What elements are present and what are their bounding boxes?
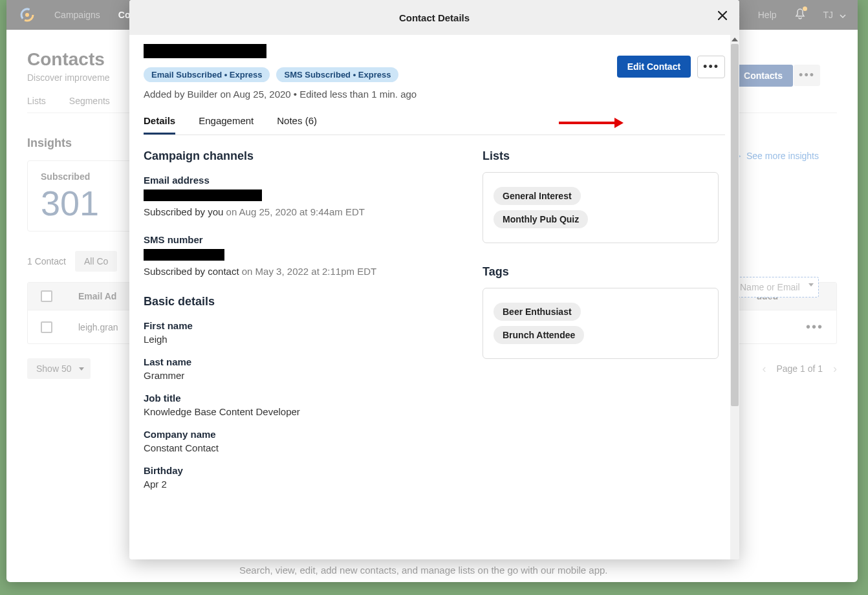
modal-header: Contact Details xyxy=(129,0,739,35)
close-icon[interactable] xyxy=(716,9,729,24)
scroll-up-icon[interactable] xyxy=(730,35,739,44)
contact-name-redacted xyxy=(144,44,266,58)
email-redacted xyxy=(144,189,262,201)
birthday-label: Birthday xyxy=(144,465,431,476)
campaign-channels-heading: Campaign channels xyxy=(144,149,431,163)
modal-tabs: Details Engagement Notes (6) xyxy=(144,115,725,135)
contact-details-modal: Contact Details Email Subscribed • Expre… xyxy=(129,0,739,559)
sms-redacted xyxy=(144,249,224,261)
modal-title: Contact Details xyxy=(399,12,470,23)
email-sub-prefix: Subscribed by you xyxy=(144,206,223,217)
scroll-thumb[interactable] xyxy=(731,44,739,406)
badge-email-subscribed: Email Subscribed • Express xyxy=(144,67,270,82)
last-name-label: Last name xyxy=(144,356,431,367)
last-name-value: Grammer xyxy=(144,370,431,381)
tab-details[interactable]: Details xyxy=(144,115,175,135)
details-right-column: Lists General Interest Monthly Pub Quiz … xyxy=(483,149,719,536)
job-title-value: Knowledge Base Content Developer xyxy=(144,406,431,417)
email-subscribe-info: Subscribed by you on Aug 25, 2020 at 9:4… xyxy=(144,206,431,217)
badge-sms-subscribed: SMS Subscribed • Express xyxy=(276,67,398,82)
tags-panel: Beer Enthusiast Brunch Attendee xyxy=(483,288,719,359)
edit-contact-button[interactable]: Edit Contact xyxy=(617,56,691,78)
company-name-label: Company name xyxy=(144,429,431,440)
company-name-value: Constant Contact xyxy=(144,442,431,453)
contact-meta: Added by Builder on Aug 25, 2020 • Edite… xyxy=(144,89,417,100)
first-name-label: First name xyxy=(144,320,431,331)
lists-heading: Lists xyxy=(483,149,719,163)
tags-heading: Tags xyxy=(483,265,719,279)
app-frame: Campaigns Contacts Reporting Sign-up For… xyxy=(6,0,858,582)
tab-engagement[interactable]: Engagement xyxy=(199,115,254,135)
tag-chip[interactable]: Brunch Attendee xyxy=(494,326,584,344)
email-sub-suffix: on Aug 25, 2020 at 9:44am EDT xyxy=(223,206,364,217)
list-chip[interactable]: General Interest xyxy=(494,187,581,205)
sms-sub-suffix: on May 3, 2022 at 2:11pm EDT xyxy=(239,266,377,277)
birthday-value: Apr 2 xyxy=(144,479,431,490)
tag-chip[interactable]: Beer Enthusiast xyxy=(494,303,581,321)
sms-subscribe-info: Subscribed by contact on May 3, 2022 at … xyxy=(144,266,431,277)
sms-number-label: SMS number xyxy=(144,234,431,245)
details-left-column: Campaign channels Email address Subscrib… xyxy=(144,149,431,536)
email-address-label: Email address xyxy=(144,175,431,186)
sms-sub-prefix: Subscribed by contact xyxy=(144,266,239,277)
first-name-value: Leigh xyxy=(144,334,431,345)
tab-notes[interactable]: Notes (6) xyxy=(277,115,317,135)
contact-more-actions-button[interactable]: ••• xyxy=(697,56,725,78)
basic-details-heading: Basic details xyxy=(144,295,431,308)
job-title-label: Job title xyxy=(144,393,431,404)
modal-scrollbar[interactable] xyxy=(730,35,739,559)
lists-panel: General Interest Monthly Pub Quiz xyxy=(483,172,719,243)
list-chip[interactable]: Monthly Pub Quiz xyxy=(494,210,588,228)
